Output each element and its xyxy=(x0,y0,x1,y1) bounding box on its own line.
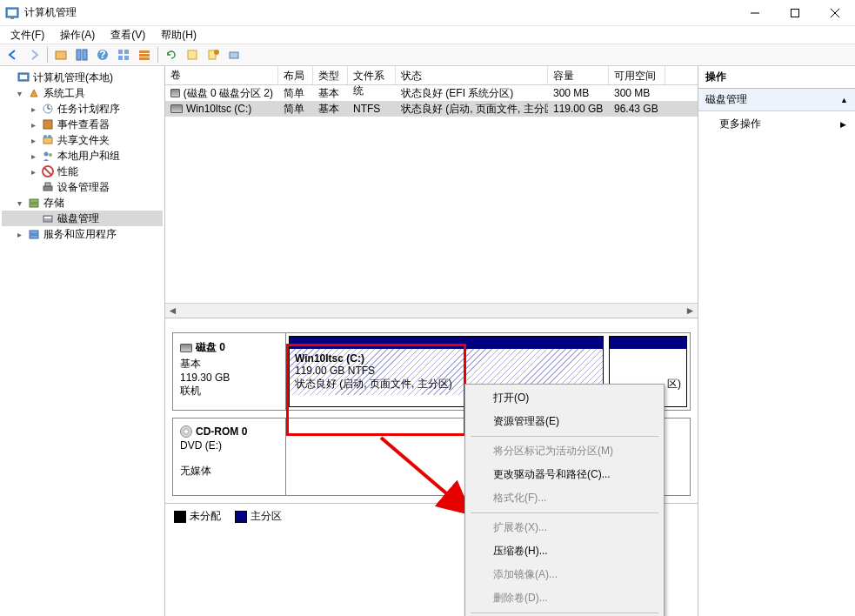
svg-point-30 xyxy=(43,135,47,138)
collapse-icon[interactable]: ▲ xyxy=(840,96,848,104)
legend-unallocated-icon xyxy=(174,511,186,523)
ctx-format: 格式化(F)... xyxy=(467,486,662,510)
tree-task-scheduler[interactable]: ▸任务计划程序 xyxy=(2,101,163,117)
tree-device-manager[interactable]: 设备管理器 xyxy=(2,179,163,195)
svg-text:?: ? xyxy=(99,49,105,61)
horizontal-scrollbar[interactable]: ◄ ► xyxy=(165,303,698,318)
col-layout[interactable]: 布局 xyxy=(278,66,313,84)
svg-rect-18 xyxy=(139,57,150,60)
ctx-delete: 删除卷(D)... xyxy=(467,586,662,610)
volume-list-header: 卷 布局 类型 文件系统 状态 容量 可用空间 xyxy=(165,66,698,85)
toolbar: ? xyxy=(0,44,855,66)
toolbar-icon-3[interactable] xyxy=(114,45,133,64)
actions-pane: 操作 磁盘管理 ▲ 更多操作 ▶ xyxy=(698,66,855,616)
back-button[interactable] xyxy=(3,45,23,64)
ctx-explorer[interactable]: 资源管理器(E) xyxy=(467,410,662,433)
svg-rect-42 xyxy=(30,231,38,234)
svg-rect-43 xyxy=(30,235,38,238)
svg-point-33 xyxy=(49,153,52,157)
title-bar: 计算机管理 xyxy=(0,0,855,26)
app-icon xyxy=(5,6,19,20)
cdrom-icon xyxy=(180,425,192,438)
close-button[interactable] xyxy=(815,0,855,26)
chevron-right-icon: ▶ xyxy=(840,120,846,129)
svg-rect-24 xyxy=(20,75,27,79)
svg-rect-2 xyxy=(10,17,14,19)
ctx-mark-active: 将分区标记为活动分区(M) xyxy=(467,439,662,463)
menu-file[interactable]: 文件(F) xyxy=(3,26,51,44)
maximize-button[interactable] xyxy=(775,0,815,26)
disk-info[interactable]: 磁盘 0 基本 119.30 GB 联机 xyxy=(173,333,286,410)
col-type[interactable]: 类型 xyxy=(313,66,348,84)
svg-rect-15 xyxy=(124,56,129,60)
actions-group[interactable]: 磁盘管理 ▲ xyxy=(698,89,855,111)
scroll-left-icon[interactable]: ◄ xyxy=(165,305,180,318)
volume-row[interactable]: (磁盘 0 磁盘分区 2) 简单 基本 状态良好 (EFI 系统分区) 300 … xyxy=(165,85,698,101)
menu-action[interactable]: 操作(A) xyxy=(53,26,102,44)
svg-rect-39 xyxy=(30,204,38,207)
tree-storage[interactable]: ▾存储 xyxy=(2,195,163,211)
tree-event-viewer[interactable]: ▸事件查看器 xyxy=(2,117,163,132)
volume-row[interactable]: Win10ltsc (C:) 简单 基本 NTFS 状态良好 (启动, 页面文件… xyxy=(165,101,698,117)
ctx-add-mirror: 添加镜像(A)... xyxy=(467,563,662,586)
toolbar-icon-6[interactable] xyxy=(204,45,223,64)
svg-point-32 xyxy=(44,152,49,157)
toolbar-icon-2[interactable] xyxy=(72,45,91,64)
svg-point-21 xyxy=(214,50,219,55)
tree-performance[interactable]: ▸性能 xyxy=(2,164,163,179)
toolbar-icon-1[interactable] xyxy=(51,45,70,64)
svg-rect-7 xyxy=(56,51,66,59)
volume-list[interactable]: 卷 布局 类型 文件系统 状态 容量 可用空间 (磁盘 0 磁盘分区 2) 简单… xyxy=(165,66,698,318)
tree-local-users[interactable]: ▸本地用户和组 xyxy=(2,148,163,164)
menu-view[interactable]: 查看(V) xyxy=(104,26,152,44)
legend-primary-icon xyxy=(235,511,247,523)
svg-rect-9 xyxy=(83,50,87,60)
svg-rect-37 xyxy=(45,183,50,186)
svg-rect-1 xyxy=(8,10,17,16)
col-fs[interactable]: 文件系统 xyxy=(348,66,396,84)
svg-rect-38 xyxy=(30,199,38,203)
svg-rect-8 xyxy=(77,50,81,60)
svg-rect-36 xyxy=(43,186,52,191)
svg-rect-19 xyxy=(188,50,197,59)
tree-services-apps[interactable]: ▸服务和应用程序 xyxy=(2,226,163,242)
svg-rect-17 xyxy=(139,54,150,57)
svg-rect-13 xyxy=(124,50,129,54)
svg-rect-28 xyxy=(43,120,52,129)
col-free[interactable]: 可用空间 xyxy=(609,66,665,84)
volume-icon xyxy=(170,89,180,97)
svg-line-35 xyxy=(44,168,51,175)
navigation-tree[interactable]: 计算机管理(本地) ▾系统工具 ▸任务计划程序 ▸事件查看器 ▸共享文件夹 ▸本… xyxy=(0,66,165,616)
minimize-button[interactable] xyxy=(735,0,775,26)
toolbar-icon-5[interactable] xyxy=(183,45,202,64)
refresh-icon[interactable] xyxy=(162,45,181,64)
col-volume[interactable]: 卷 xyxy=(165,66,278,84)
disk-icon xyxy=(180,344,192,352)
tree-root[interactable]: 计算机管理(本地) xyxy=(2,70,163,85)
toolbar-icon-4[interactable] xyxy=(135,45,154,64)
ctx-change-letter[interactable]: 更改驱动器号和路径(C)... xyxy=(467,463,662,486)
menu-bar: 文件(F) 操作(A) 查看(V) 帮助(H) xyxy=(0,26,855,44)
menu-help[interactable]: 帮助(H) xyxy=(154,26,204,44)
ctx-extend: 扩展卷(X)... xyxy=(467,516,662,539)
svg-rect-12 xyxy=(118,50,123,54)
svg-rect-4 xyxy=(792,9,799,17)
toolbar-icon-7[interactable] xyxy=(224,45,244,64)
svg-rect-22 xyxy=(230,52,238,58)
disk-info[interactable]: CD-ROM 0 DVD (E:) 无媒体 xyxy=(173,418,286,495)
svg-rect-16 xyxy=(139,50,150,53)
ctx-shrink[interactable]: 压缩卷(H)... xyxy=(467,539,662,563)
svg-rect-41 xyxy=(44,217,51,218)
forward-button[interactable] xyxy=(24,45,43,64)
col-capacity[interactable]: 容量 xyxy=(548,66,609,84)
actions-more[interactable]: 更多操作 ▶ xyxy=(698,111,855,137)
context-menu: 打开(O) 资源管理器(E) 将分区标记为活动分区(M) 更改驱动器号和路径(C… xyxy=(464,384,665,616)
tree-shared-folders[interactable]: ▸共享文件夹 xyxy=(2,132,163,148)
col-status[interactable]: 状态 xyxy=(396,66,548,84)
help-icon[interactable]: ? xyxy=(93,45,112,64)
tree-system-tools[interactable]: ▾系统工具 xyxy=(2,85,163,101)
volume-icon xyxy=(170,104,183,113)
scroll-right-icon[interactable]: ► xyxy=(683,305,698,318)
ctx-open[interactable]: 打开(O) xyxy=(467,386,662,410)
tree-disk-management[interactable]: 磁盘管理 xyxy=(2,211,163,226)
